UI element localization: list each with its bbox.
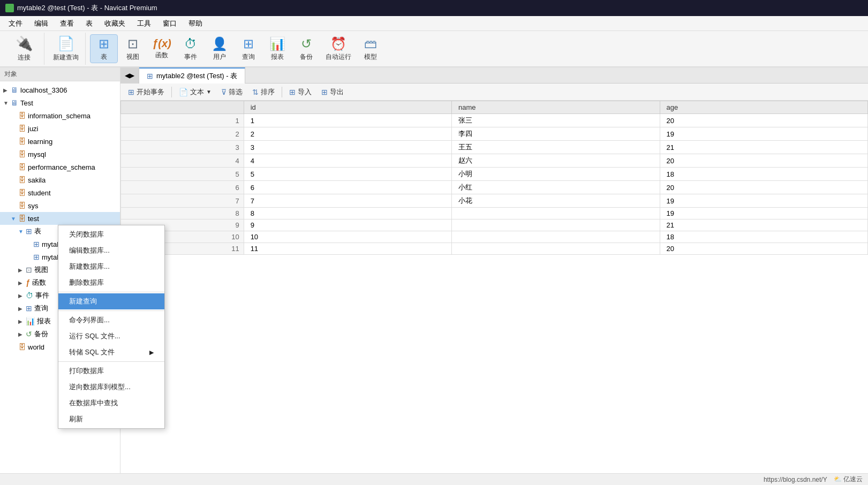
sidebar-item-sakila[interactable]: 🗄 sakila — [0, 173, 120, 186]
data-table: id name age 1 1 张三 20 2 2 李四 19 3 3 王五 2… — [120, 101, 868, 255]
tab-switcher[interactable]: ◀▶ — [120, 67, 139, 84]
table-row[interactable]: 7 7 小花 19 — [121, 194, 868, 208]
table-row[interactable]: 10 10 18 — [121, 231, 868, 243]
sidebar-item-juzi[interactable]: 🗄 juzi — [0, 122, 120, 135]
tree-arrow-test-server: ▼ — [3, 100, 11, 106]
tab-table-icon: ⊞ — [147, 72, 153, 80]
sidebar-item-information-schema[interactable]: 🗄 information_schema — [0, 109, 120, 122]
ctx-item-3[interactable]: 删除数据库 — [58, 275, 164, 291]
cell-id: 5 — [244, 168, 451, 181]
sidebar-item-localhost[interactable]: ▶ 🖥 localhost_3306 — [0, 84, 120, 96]
table-row[interactable]: 11 11 20 — [121, 243, 868, 255]
event-button[interactable]: ⏱ 事件 — [177, 34, 205, 63]
menu-item-收藏夹[interactable]: 收藏夹 — [99, 17, 131, 31]
table-row[interactable]: 4 4 赵六 20 — [121, 154, 868, 168]
ctx-item-4[interactable]: 新建查询 — [58, 293, 164, 309]
db-icon-sys: 🗄 — [18, 201, 26, 210]
reports-icon: 📊 — [26, 317, 35, 325]
ctx-item-label: 逆向数据库到模型... — [69, 382, 131, 392]
report-button[interactable]: 📊 报表 — [263, 34, 291, 63]
table-icon-mytable2: ⊞ — [33, 253, 40, 261]
autorun-button[interactable]: ⏰ 自动运行 — [321, 34, 356, 63]
cell-age: 19 — [660, 194, 867, 208]
menu-item-表[interactable]: 表 — [80, 17, 98, 31]
menu-item-帮助[interactable]: 帮助 — [183, 17, 208, 31]
import-label: 导入 — [298, 87, 312, 97]
menu-item-编辑[interactable]: 编辑 — [29, 17, 54, 31]
menu-item-查看[interactable]: 查看 — [55, 17, 79, 31]
table-row[interactable]: 2 2 李四 19 — [121, 127, 868, 141]
menu-item-窗口[interactable]: 窗口 — [157, 17, 182, 31]
db-icon-student: 🗄 — [18, 188, 26, 197]
connect-button[interactable]: 🔌 连接 — [6, 34, 42, 63]
menu-item-文件[interactable]: 文件 — [3, 17, 28, 31]
table-row[interactable]: 3 3 王五 21 — [121, 141, 868, 154]
sidebar-item-test-server[interactable]: ▼ 🖥 Test — [0, 96, 120, 109]
cell-age: 18 — [660, 231, 867, 243]
query-button[interactable]: ⊞ 查询 — [235, 34, 262, 63]
new-query-button[interactable]: 📄 新建查询 — [49, 34, 83, 63]
table-row[interactable]: 5 5 小明 18 — [121, 168, 868, 181]
ctx-item-7[interactable]: 转储 SQL 文件▶ — [58, 344, 164, 360]
table-row[interactable]: 1 1 张三 20 — [121, 114, 868, 127]
ctx-item-9[interactable]: 逆向数据库到模型... — [58, 379, 164, 395]
sort-label: 排序 — [261, 87, 275, 97]
db-icon-sakila: 🗄 — [18, 176, 26, 184]
ctx-item-1[interactable]: 编辑数据库... — [58, 242, 164, 259]
user-button[interactable]: 👤 用户 — [206, 34, 233, 63]
ctx-item-label: 编辑数据库... — [69, 246, 110, 255]
toolbar-table-group: ⊞ 表 ⊡ 视图 ƒ(x) 函数 ⏱ 事件 👤 用户 ⊞ 查询 📊 报表 ↺ — [88, 33, 387, 65]
sidebar-item-sys[interactable]: 🗄 sys — [0, 199, 120, 212]
sidebar-item-performance-schema[interactable]: 🗄 performance_schema — [0, 161, 120, 173]
export-button[interactable]: ⊞ 导出 — [317, 86, 348, 98]
sidebar-item-test-db[interactable]: ▼ 🗄 test — [0, 212, 120, 225]
ctx-item-11[interactable]: 刷新 — [58, 411, 164, 427]
backup-label: 备份 — [300, 52, 313, 62]
filter-button[interactable]: ⊽ 筛选 — [217, 86, 247, 98]
function-label: 函数 — [155, 51, 168, 60]
table-row[interactable]: 8 8 19 — [121, 208, 868, 219]
text-icon: 📄 — [179, 88, 188, 96]
events-icon: ⏱ — [26, 291, 33, 300]
event-label: 事件 — [184, 52, 197, 62]
cell-id: 2 — [244, 127, 451, 141]
tree-arrow-views: ▶ — [18, 267, 26, 273]
begin-transaction-button[interactable]: ⊞ 开始事务 — [124, 86, 169, 98]
import-button[interactable]: ⊞ 导入 — [285, 86, 316, 98]
model-button[interactable]: 🗃 模型 — [357, 34, 384, 63]
view-button[interactable]: ⊡ 视图 — [119, 34, 147, 63]
ctx-item-5[interactable]: 命令列界面... — [58, 312, 164, 328]
ctx-item-6[interactable]: 运行 SQL 文件... — [58, 328, 164, 344]
table-row[interactable]: 9 9 21 — [121, 219, 868, 231]
function-button[interactable]: ƒ(x) 函数 — [148, 34, 176, 63]
table-row[interactable]: 6 6 小红 20 — [121, 181, 868, 194]
table-label: 表 — [101, 52, 107, 62]
tab-mytable2[interactable]: ⊞ mytable2 @test (Test) - 表 — [139, 67, 245, 84]
ctx-item-0[interactable]: 关闭数据库 — [58, 226, 164, 242]
text-dropdown-icon: ▼ — [206, 89, 212, 95]
sidebar-item-mysql[interactable]: 🗄 mysql — [0, 148, 120, 161]
ctx-item-2[interactable]: 新建数据库... — [58, 259, 164, 275]
sidebar-item-learning[interactable]: 🗄 learning — [0, 135, 120, 148]
ctx-item-label: 打印数据库 — [69, 366, 104, 376]
menu-item-工具[interactable]: 工具 — [132, 17, 156, 31]
sidebar-item-label-student: student — [28, 189, 51, 197]
ctx-item-10[interactable]: 在数据库中查找 — [58, 395, 164, 411]
col-id: id — [244, 101, 451, 114]
tab-label: mytable2 @test (Test) - 表 — [156, 71, 237, 81]
backups-icon: ↺ — [26, 330, 32, 338]
ctx-item-label: 新建数据库... — [69, 262, 110, 271]
text-button[interactable]: 📄 文本 ▼ — [175, 86, 216, 98]
sidebar-item-student[interactable]: 🗄 student — [0, 186, 120, 199]
backup-button[interactable]: ↺ 备份 — [292, 34, 320, 63]
cell-age: 20 — [660, 154, 867, 168]
table-button[interactable]: ⊞ 表 — [90, 34, 118, 63]
ctx-item-8[interactable]: 打印数据库 — [58, 363, 164, 379]
app-icon — [5, 4, 14, 12]
sidebar-item-label-functions: 函数 — [32, 278, 46, 287]
new-query-label: 新建查询 — [53, 53, 79, 62]
sort-button[interactable]: ⇅ 排序 — [248, 86, 279, 98]
cell-age: 19 — [660, 208, 867, 219]
autorun-icon: ⏰ — [330, 36, 346, 51]
cell-age: 18 — [660, 168, 867, 181]
